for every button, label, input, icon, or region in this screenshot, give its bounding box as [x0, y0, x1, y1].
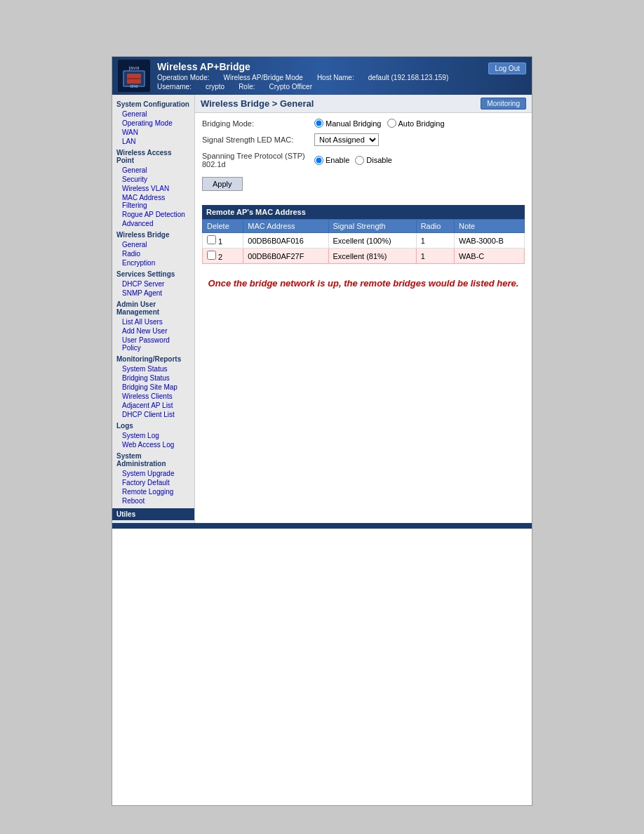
- sidebar-item-lan[interactable]: LAN: [112, 137, 194, 146]
- svg-text:java: java: [128, 65, 140, 71]
- table-header-row: Delete MAC Address Signal Strength Radio…: [203, 220, 525, 233]
- sidebar-item-factory-default[interactable]: Factory Default: [112, 478, 194, 487]
- sidebar-item-dhcp-server[interactable]: DHCP Server: [112, 279, 194, 289]
- sidebar-item-reboot[interactable]: Reboot: [112, 496, 194, 505]
- bridging-mode-row: Bridging Mode: Manual Bridging Auto Brid…: [202, 119, 525, 128]
- sidebar-item-password-policy[interactable]: User Password Policy: [112, 336, 194, 352]
- manual-bridging-radio-label[interactable]: Manual Bridging: [314, 119, 382, 128]
- sidebar-item-general-sys[interactable]: General: [112, 110, 194, 119]
- table-section-title: Remote AP's MAC Address: [202, 205, 525, 219]
- form-area: Bridging Mode: Manual Bridging Auto Brid…: [195, 113, 532, 202]
- sidebar-item-general-bridge[interactable]: General: [112, 240, 194, 249]
- cell-radio-0: 1: [416, 233, 454, 249]
- page-breadcrumb: Wireless Bridge > General: [201, 98, 314, 109]
- header-row-1: Operation Mode: Wireless AP/Bridge Mode …: [157, 74, 488, 81]
- manual-bridging-text: Manual Bridging: [326, 119, 382, 128]
- cell-mac-1: 00DB6B0AF27F: [243, 249, 328, 264]
- cell-note-0: WAB-3000-B: [455, 233, 525, 249]
- sidebar-item-bridging-status[interactable]: Bridging Status: [112, 373, 194, 383]
- sidebar-item-advanced[interactable]: Advanced: [112, 219, 194, 228]
- sidebar-item-mac-filtering[interactable]: MAC Address Filtering: [112, 193, 194, 210]
- sidebar-item-remote-logging[interactable]: Remote Logging: [112, 487, 194, 496]
- delete-checkbox-0[interactable]: [207, 235, 216, 244]
- sidebar-item-system-status[interactable]: System Status: [112, 364, 194, 373]
- footer-bar: [112, 523, 532, 529]
- logo-icon: java one: [118, 60, 150, 92]
- cell-signal-1: Excellent (81%): [328, 249, 416, 264]
- sidebar-item-general-ap[interactable]: General: [112, 166, 194, 175]
- auto-bridging-radio[interactable]: [387, 119, 396, 128]
- sidebar-item-list-users[interactable]: List All Users: [112, 317, 194, 326]
- table-row: 1 00DB6B0AF016 Excellent (100%) 1 WAB-30…: [203, 233, 525, 249]
- stp-controls: Enable Disable: [314, 156, 392, 165]
- svg-text:one: one: [130, 84, 138, 88]
- sidebar-item-system-upgrade[interactable]: System Upgrade: [112, 469, 194, 478]
- header-row-2: Username: crypto Role: Crypto Officer: [157, 83, 488, 91]
- header: java one Wireless AP+Bridge Operation Mo…: [112, 57, 532, 95]
- col-delete: Delete: [203, 220, 243, 233]
- app-title: Wireless AP+Bridge: [157, 61, 488, 72]
- col-radio: Radio: [416, 220, 454, 233]
- sidebar-section-services: Services Settings: [112, 267, 194, 279]
- role-label: Role:: [239, 83, 255, 91]
- sidebar-item-snmp-agent[interactable]: SNMP Agent: [112, 289, 194, 298]
- sidebar-section-logs: Logs: [112, 419, 194, 431]
- stp-enable-label[interactable]: Enable: [314, 156, 349, 165]
- hostname-label: Host Name:: [317, 74, 354, 81]
- sidebar-item-encryption[interactable]: Encryption: [112, 258, 194, 267]
- stp-enable-text: Enable: [326, 156, 349, 164]
- mac-address-table: Delete MAC Address Signal Strength Radio…: [202, 219, 525, 264]
- logout-button[interactable]: Log Out: [488, 62, 526, 74]
- delete-checkbox-1[interactable]: [207, 251, 216, 260]
- sidebar-item-system-log[interactable]: System Log: [112, 431, 194, 440]
- stp-disable-radio[interactable]: [355, 156, 364, 165]
- logo-area: java one: [118, 60, 150, 92]
- username-label: Username:: [157, 83, 192, 91]
- signal-strength-dropdown[interactable]: Not Assigned: [314, 133, 379, 146]
- manual-bridging-radio[interactable]: [314, 119, 323, 128]
- operation-mode-value: Wireless AP/Bridge Mode: [224, 74, 303, 81]
- col-note: Note: [455, 220, 525, 233]
- sidebar-item-dhcp-client[interactable]: DHCP Client List: [112, 410, 194, 419]
- cell-delete-0: 1: [203, 233, 243, 249]
- bridge-message: Once the bridge network is up, the remot…: [195, 270, 532, 297]
- bridging-mode-controls: Manual Bridging Auto Bridging: [314, 119, 445, 128]
- stp-enable-radio[interactable]: [314, 156, 323, 165]
- main-content: Wireless Bridge > General Monitoring Bri…: [195, 95, 532, 523]
- monitoring-button[interactable]: Monitoring: [481, 98, 526, 110]
- sidebar-item-wireless-clients[interactable]: Wireless Clients: [112, 392, 194, 401]
- sidebar-item-radio[interactable]: Radio: [112, 249, 194, 258]
- signal-strength-row: Signal Strength LED MAC: Not Assigned: [202, 133, 525, 146]
- col-signal: Signal Strength: [328, 220, 416, 233]
- cell-note-1: WAB-C: [455, 249, 525, 264]
- cell-signal-0: Excellent (100%): [328, 233, 416, 249]
- operation-mode-label: Operation Mode:: [157, 74, 210, 81]
- stp-disable-label[interactable]: Disable: [355, 156, 392, 165]
- sidebar-item-web-access-log[interactable]: Web Access Log: [112, 440, 194, 449]
- stp-disable-text: Disable: [366, 156, 392, 164]
- cell-mac-0: 00DB6B0AF016: [243, 233, 328, 249]
- sidebar-item-add-user[interactable]: Add New User: [112, 326, 194, 336]
- sidebar-item-wan[interactable]: WAN: [112, 128, 194, 137]
- sidebar-section-system-config: System Configuration: [112, 98, 194, 110]
- apply-button[interactable]: Apply: [202, 177, 243, 191]
- sidebar-section-wireless-ap: Wireless Access Point: [112, 146, 194, 166]
- sidebar-section-admin: Admin User Management: [112, 298, 194, 317]
- sidebar-item-bridging-site-map[interactable]: Bridging Site Map: [112, 383, 194, 392]
- sidebar-section-monitoring: Monitoring/Reports: [112, 352, 194, 364]
- hostname-value: default (192.168.123.159): [368, 74, 449, 81]
- signal-strength-label: Signal Strength LED MAC:: [202, 135, 314, 144]
- sidebar-item-adjacent-ap[interactable]: Adjacent AP List: [112, 401, 194, 410]
- table-row: 2 00DB6B0AF27F Excellent (81%) 1 WAB-C: [203, 249, 525, 264]
- auto-bridging-radio-label[interactable]: Auto Bridging: [387, 119, 445, 128]
- signal-strength-controls: Not Assigned: [314, 133, 379, 146]
- sidebar-item-operating-mode[interactable]: Operating Mode: [112, 119, 194, 128]
- sidebar-section-sys-admin: System Administration: [112, 449, 194, 469]
- bridging-mode-label: Bridging Mode:: [202, 119, 314, 128]
- sidebar-item-rogue-ap[interactable]: Rogue AP Detection: [112, 210, 194, 219]
- stp-row: Spanning Tree Protocol (STP) 802.1d Enab…: [202, 152, 525, 168]
- sidebar-item-security[interactable]: Security: [112, 175, 194, 184]
- sidebar-item-wireless-vlan[interactable]: Wireless VLAN: [112, 184, 194, 193]
- mac-table-section: Remote AP's MAC Address Delete MAC Addre…: [202, 205, 525, 264]
- sidebar-utils[interactable]: Utiles: [112, 508, 194, 520]
